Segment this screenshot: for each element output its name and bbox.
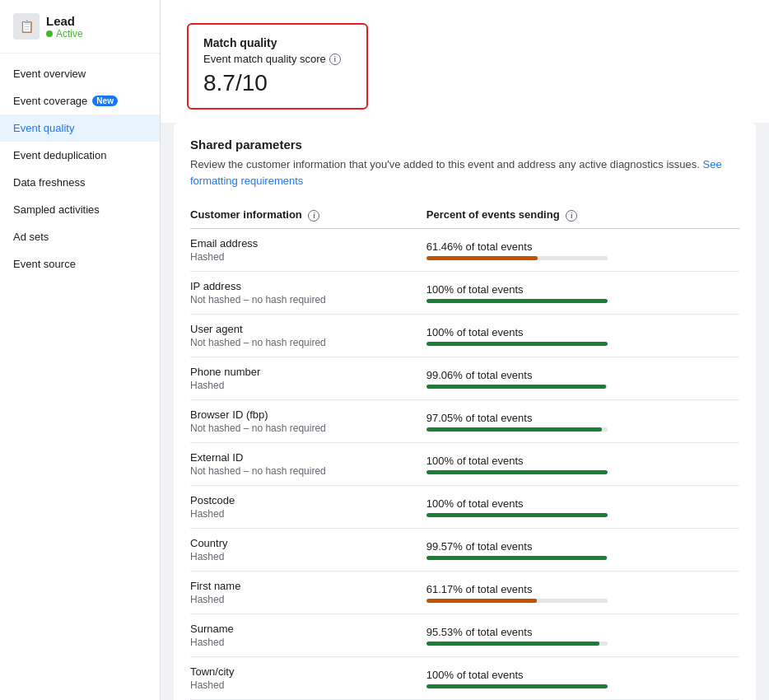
percent-text: 99.06% of total events (426, 369, 739, 381)
progress-bar-container (426, 684, 608, 688)
match-quality-area: Match quality Event match quality score … (161, 0, 769, 123)
percent-text: 100% of total events (426, 283, 739, 296)
progress-bar-container (426, 427, 608, 432)
progress-bar-container (426, 299, 608, 303)
progress-bar (426, 427, 603, 432)
percent-text: 61.17% of total events (426, 583, 739, 595)
progress-bar-container (426, 642, 608, 646)
customer-name: External ID (190, 451, 410, 464)
match-quality-score: 8.7/10 (203, 70, 352, 96)
sidebar-navigation: Event overviewEvent coverageNewEvent qua… (0, 60, 160, 278)
col-header-percent: Percent of events sending i (410, 202, 739, 229)
status-dot (46, 30, 53, 37)
progress-bar (426, 556, 607, 560)
progress-bar (426, 599, 538, 603)
table-row: Postcode Hashed 100% of total events (190, 486, 739, 529)
sidebar-icon: 📋 (13, 13, 40, 40)
customer-hash: Not hashed – no hash required (190, 465, 410, 477)
table-row: Surname Hashed 95.53% of total events (190, 614, 739, 657)
customer-hash: Hashed (190, 637, 410, 648)
customer-hash: Hashed (190, 679, 410, 691)
col-header-customer: Customer information i (190, 202, 410, 229)
progress-bar-container (426, 385, 608, 389)
match-quality-title: Match quality (203, 36, 352, 49)
percent-info-icon[interactable]: i (566, 210, 577, 222)
sidebar-item-event-source[interactable]: Event source (0, 250, 160, 278)
status-label: Active (56, 28, 83, 40)
customer-hash: Hashed (190, 380, 410, 391)
customer-name: Surname (190, 623, 410, 635)
customer-name: Email address (190, 237, 410, 250)
table-row: Email address Hashed 61.46% of total eve… (190, 229, 739, 272)
customer-name: Postcode (190, 494, 410, 506)
percent-text: 100% of total events (426, 497, 739, 510)
sidebar-header: 📋 Lead Active (0, 13, 160, 54)
customer-name: IP address (190, 280, 410, 292)
sidebar-item-ad-sets[interactable]: Ad sets (0, 223, 160, 250)
main-content: Match quality Event match quality score … (161, 0, 769, 700)
customer-name: Town/city (190, 665, 410, 678)
progress-bar-container (426, 513, 608, 517)
customer-hash: Hashed (190, 594, 410, 605)
percent-text: 100% of total events (426, 669, 739, 681)
match-quality-info-icon[interactable]: i (329, 54, 341, 65)
table-row: IP address Not hashed – no hash required… (190, 272, 739, 315)
customer-name: User agent (190, 323, 410, 335)
percent-text: 61.46% of total events (426, 240, 739, 253)
progress-bar (426, 513, 608, 517)
progress-bar (426, 342, 608, 346)
percent-text: 97.05% of total events (426, 412, 739, 424)
table-row: External ID Not hashed – no hash require… (190, 443, 739, 486)
sidebar-status: Active (46, 28, 83, 40)
sidebar-item-event-quality[interactable]: Event quality (0, 114, 160, 142)
sidebar-item-data-freshness[interactable]: Data freshness (0, 169, 160, 196)
shared-parameters-title: Shared parameters (190, 138, 739, 152)
table-row: Town/city Hashed 100% of total events (190, 657, 739, 700)
sidebar-item-event-overview[interactable]: Event overview (0, 60, 160, 87)
sidebar-item-event-coverage[interactable]: Event coverageNew (0, 87, 160, 114)
progress-bar-container (426, 599, 608, 603)
customer-name: Phone number (190, 366, 410, 378)
customer-hash: Not hashed – no hash required (190, 422, 410, 434)
shared-parameters-description: Review the customer information that you… (190, 156, 739, 189)
progress-bar (426, 642, 599, 646)
sidebar-item-sampled-activities[interactable]: Sampled activities (0, 196, 160, 223)
table-row: Browser ID (fbp) Not hashed – no hash re… (190, 400, 739, 443)
progress-bar (426, 684, 608, 688)
customer-hash: Not hashed – no hash required (190, 337, 410, 348)
match-quality-label: Event match quality score i (203, 53, 352, 65)
percent-text: 99.57% of total events (426, 540, 739, 553)
progress-bar (426, 385, 606, 389)
sidebar: 📋 Lead Active Event overviewEvent covera… (0, 0, 161, 700)
table-row: Phone number Hashed 99.06% of total even… (190, 357, 739, 400)
customer-name: Browser ID (fbp) (190, 408, 410, 421)
customer-hash: Hashed (190, 251, 410, 263)
progress-bar-container (426, 256, 608, 260)
customer-name: First name (190, 580, 410, 592)
sidebar-title: Lead (46, 14, 83, 28)
percent-text: 95.53% of total events (426, 626, 739, 638)
customer-hash: Not hashed – no hash required (190, 294, 410, 306)
percent-text: 100% of total events (426, 455, 739, 467)
customer-name: Country (190, 537, 410, 549)
table-row: User agent Not hashed – no hash required… (190, 315, 739, 357)
progress-bar (426, 470, 608, 474)
percent-text: 100% of total events (426, 326, 739, 338)
badge-new: New (92, 96, 118, 106)
progress-bar (426, 299, 608, 303)
table-row: First name Hashed 61.17% of total events (190, 572, 739, 614)
progress-bar-container (426, 470, 608, 474)
sidebar-item-event-deduplication[interactable]: Event deduplication (0, 142, 160, 169)
customer-hash: Hashed (190, 508, 410, 520)
customer-hash: Hashed (190, 551, 410, 562)
table-row: Country Hashed 99.57% of total events (190, 529, 739, 572)
progress-bar (426, 256, 538, 260)
customer-info-table: Customer information i Percent of events… (190, 202, 739, 700)
match-quality-card: Match quality Event match quality score … (187, 23, 368, 110)
progress-bar-container (426, 342, 608, 346)
shared-parameters-section: Shared parameters Review the customer in… (174, 123, 756, 700)
customer-info-icon[interactable]: i (308, 210, 319, 222)
progress-bar-container (426, 556, 608, 560)
